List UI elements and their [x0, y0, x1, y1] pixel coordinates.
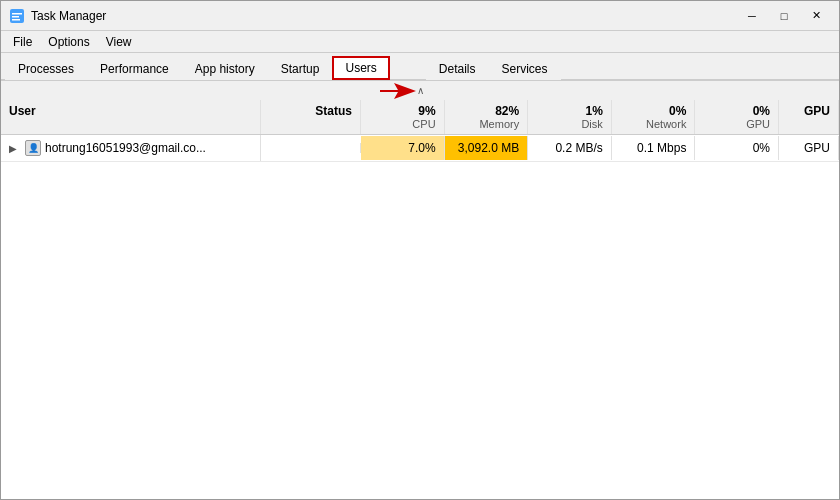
menu-view[interactable]: View	[98, 33, 140, 51]
tab-startup[interactable]: Startup	[268, 57, 333, 80]
titlebar: Task Manager ─ □ ✕	[1, 1, 839, 31]
tab-details[interactable]: Details	[426, 57, 489, 80]
expand-icon[interactable]: ▶	[9, 143, 17, 154]
th-user[interactable]: User	[1, 100, 261, 134]
th-cpu[interactable]: 9% CPU	[361, 100, 445, 134]
sort-area: ∧	[1, 81, 839, 100]
menubar: File Options View	[1, 31, 839, 53]
th-memory[interactable]: 82% Memory	[445, 100, 529, 134]
th-disk[interactable]: 1% Disk	[528, 100, 612, 134]
td-disk: 0.2 MB/s	[528, 136, 612, 160]
th-network[interactable]: 0% Network	[612, 100, 696, 134]
tabbar: Processes Performance App history Startu…	[1, 53, 839, 81]
td-memory: 3,092.0 MB	[445, 136, 529, 160]
table-row[interactable]: ▶ 👤 hotrung16051993@gmail.co... 7.0% 3,0…	[1, 135, 839, 162]
td-cpu: 7.0%	[361, 136, 445, 160]
td-status	[261, 143, 361, 153]
td-network: 0.1 Mbps	[612, 136, 696, 160]
tab-users[interactable]: Users	[332, 56, 389, 80]
th-status[interactable]: Status	[261, 100, 361, 134]
th-gpu2[interactable]: GPU	[779, 100, 839, 134]
tab-performance[interactable]: Performance	[87, 57, 182, 80]
td-user: ▶ 👤 hotrung16051993@gmail.co...	[1, 135, 261, 161]
tab-services[interactable]: Services	[489, 57, 561, 80]
user-name: hotrung16051993@gmail.co...	[45, 141, 206, 155]
tab-app-history[interactable]: App history	[182, 57, 268, 80]
table-container: ∧ User Status 9% CPU 82% Memory 1% Disk	[1, 81, 839, 500]
minimize-button[interactable]: ─	[737, 6, 767, 26]
window-controls: ─ □ ✕	[737, 6, 831, 26]
menu-file[interactable]: File	[5, 33, 40, 51]
td-gpu2: GPU	[779, 136, 839, 160]
sort-chevron-icon: ∧	[417, 85, 424, 96]
app-icon	[9, 8, 25, 24]
tab-processes[interactable]: Processes	[5, 57, 87, 80]
content-area: ∧ User Status 9% CPU 82% Memory 1% Disk	[1, 81, 839, 500]
td-gpu: 0%	[695, 136, 779, 160]
table-header: User Status 9% CPU 82% Memory 1% Disk 0%…	[1, 100, 839, 135]
close-button[interactable]: ✕	[801, 6, 831, 26]
menu-options[interactable]: Options	[40, 33, 97, 51]
maximize-button[interactable]: □	[769, 6, 799, 26]
th-gpu[interactable]: 0% GPU	[695, 100, 779, 134]
user-avatar-icon: 👤	[25, 140, 41, 156]
svg-rect-3	[12, 19, 20, 21]
svg-rect-2	[12, 16, 19, 18]
window-title: Task Manager	[31, 9, 737, 23]
svg-rect-1	[12, 13, 22, 15]
